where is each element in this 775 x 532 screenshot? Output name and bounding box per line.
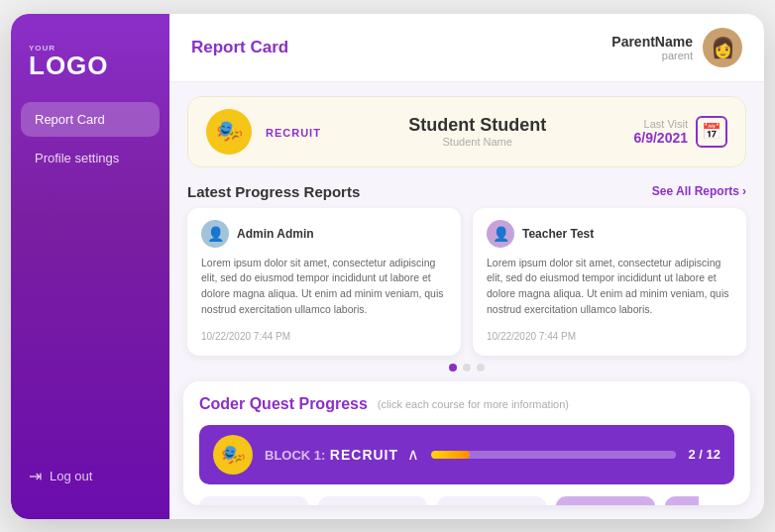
coder-quest-section: Coder Quest Progress (click each course … [183, 381, 750, 505]
sidebar: YOUR LOGO Report Card Profile settings ⇥… [11, 14, 169, 519]
cq-progress-bar [431, 451, 677, 459]
sidebar-nav: Report Card Profile settings [11, 102, 169, 453]
course-card-0[interactable]: Scratch 1 8/8 completed [199, 496, 308, 505]
report-card-1: 👤 Teacher Test Lorem ipsum dolor sit ame… [473, 208, 746, 356]
course-card-4: Scratch 5 lorem ipsum... 🔒 [665, 496, 699, 505]
cq-progress-bar-fill [431, 451, 471, 459]
calendar-icon: 📅 [696, 116, 727, 148]
logout-button[interactable]: ⇥ Log out [11, 453, 169, 499]
user-name-block: ParentName parent [611, 34, 693, 61]
student-name-sub: Student Name [335, 136, 620, 148]
student-badge: 🎭 [206, 109, 252, 155]
student-name-block: Student Student Student Name [335, 115, 620, 148]
see-all-reports-link[interactable]: See All Reports › [652, 184, 746, 198]
course-card-2[interactable]: Scratch 1 0/8 completed [437, 496, 546, 505]
logo-text: LOGO [29, 53, 109, 78]
report-date-1: 10/22/2020 7:44 PM [487, 331, 576, 342]
top-bar: Report Card ParentName parent 👩 [169, 14, 764, 82]
course-card-1[interactable]: Scratch 2 lorem ipsum dolor... 3/8 compl… [318, 496, 427, 505]
sidebar-item-report-card[interactable]: Report Card [21, 102, 160, 137]
cq-subtitle: (click each course for more information) [378, 398, 569, 410]
carousel-dots [169, 356, 764, 375]
cq-header: Coder Quest Progress (click each course … [199, 395, 734, 413]
dot-0[interactable] [449, 364, 457, 372]
cq-title: Coder Quest Progress [199, 395, 368, 413]
user-info: ParentName parent 👩 [611, 28, 742, 67]
block-chevron-icon: ∧ [407, 446, 419, 463]
logo-area: YOUR LOGO [11, 34, 169, 102]
course-card-3: Scratch 4 lorem ipsum... 🔒 [556, 496, 655, 505]
chevron-right-icon: › [742, 184, 746, 198]
progress-reports-header: Latest Progress Reports See All Reports … [169, 177, 764, 208]
report-text-1: Lorem ipsum dolor sit amet, consectetur … [487, 256, 732, 318]
courses-container: Scratch 1 8/8 completed Scratch 2 lorem … [199, 496, 734, 505]
last-visit-date: 6/9/2021 [634, 130, 689, 146]
user-name: ParentName [611, 34, 693, 50]
page-title: Report Card [191, 38, 288, 57]
last-visit-label: Last Visit [634, 118, 689, 130]
user-role: parent [611, 50, 693, 61]
last-visit-text: Last Visit 6/9/2021 [634, 118, 689, 146]
reports-row: 👤 Admin Admin Lorem ipsum dolor sit amet… [169, 208, 764, 356]
dot-2[interactable] [477, 364, 485, 372]
student-level-label: RECRUIT [266, 123, 321, 141]
report-date-0: 10/22/2020 7:44 PM [201, 331, 290, 342]
avatar: 👩 [703, 28, 742, 67]
report-card-0: 👤 Admin Admin Lorem ipsum dolor sit amet… [187, 208, 461, 356]
progress-reports-title: Latest Progress Reports [187, 183, 360, 200]
sidebar-item-profile-settings[interactable]: Profile settings [21, 141, 160, 175]
cq-block-badge: 🎭 [213, 435, 253, 475]
student-name: Student Student [335, 115, 620, 136]
author-name-1: Teacher Test [522, 227, 594, 241]
student-card: 🎭 RECRUIT Student Student Student Name L… [187, 96, 746, 167]
author-avatar-0: 👤 [201, 220, 229, 248]
report-author-row-0: 👤 Admin Admin [201, 220, 447, 248]
courses-row: Scratch 1 8/8 completed Scratch 2 lorem … [199, 496, 699, 505]
author-avatar-1: 👤 [487, 220, 514, 248]
author-name-0: Admin Admin [237, 227, 314, 241]
main-content: Report Card ParentName parent 👩 🎭 RECRUI… [169, 14, 764, 519]
cq-count: 2 / 12 [688, 447, 720, 462]
report-text-0: Lorem ipsum dolor sit amet, consectetur … [201, 256, 447, 318]
dot-1[interactable] [463, 364, 471, 372]
cq-block-row[interactable]: 🎭 BLOCK 1: RECRUIT ∧ 2 / 12 [199, 425, 734, 484]
cq-block-label-name: BLOCK 1: RECRUIT ∧ [265, 445, 419, 464]
logout-icon: ⇥ [29, 467, 42, 485]
report-author-row-1: 👤 Teacher Test [487, 220, 732, 248]
last-visit-block: Last Visit 6/9/2021 📅 [634, 116, 728, 148]
